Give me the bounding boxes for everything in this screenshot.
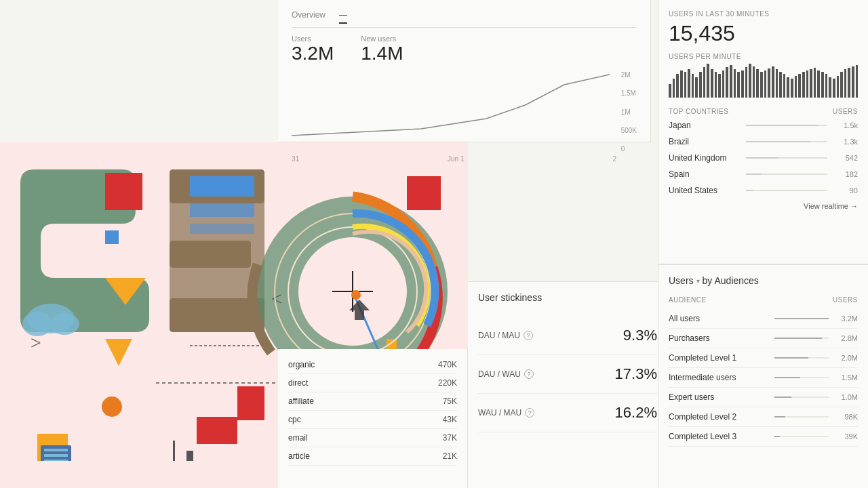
bar-mini [779, 72, 782, 98]
bar-mini [734, 69, 736, 98]
audience-value: 98K [834, 413, 858, 421]
bar-mini [821, 72, 824, 98]
audience-col-label: AUDIENCE [669, 296, 707, 304]
country-bar [746, 141, 827, 142]
bar-mini [680, 70, 683, 98]
bar-mini [825, 74, 828, 98]
users-label: Users [292, 35, 334, 43]
info-icon[interactable]: ? [525, 408, 534, 418]
svg-rect-9 [190, 224, 254, 234]
bar-mini [749, 64, 751, 98]
country-bar-fill [746, 141, 811, 142]
audience-row: All users 3.2M [669, 309, 858, 329]
new-users-value: 1.4M [361, 43, 403, 64]
country-value: 90 [834, 186, 858, 195]
channel-row: affiliate 75K [288, 392, 457, 411]
audience-bar [774, 318, 829, 319]
stats-tabs: Overview — [292, 10, 637, 28]
bar-mini [756, 69, 759, 98]
bar-mini [764, 70, 767, 98]
chart-y-labels: 2M 1.5M 1M 500K 0 [621, 71, 637, 152]
channel-value: 470K [438, 360, 457, 369]
audience-bar-fill [774, 436, 780, 437]
dropdown-arrow-icon[interactable]: ▾ [696, 277, 700, 285]
country-bar-fill [746, 125, 819, 126]
audience-bar [774, 377, 829, 378]
bar-mini [692, 74, 694, 98]
country-row: Brazil 1.3k [669, 137, 858, 146]
audience-row: Completed Level 3 39K [669, 427, 858, 447]
new-users-label: New users [361, 35, 403, 43]
bar-mini [810, 69, 812, 98]
users-col-label: USERS [833, 108, 858, 115]
svg-rect-32 [44, 460, 68, 461]
country-name: Japan [669, 121, 746, 130]
audience-bar [774, 396, 829, 398]
line-chart-svg [292, 71, 610, 146]
bar-mini [852, 66, 854, 98]
bar-mini [695, 77, 698, 98]
tab-overview[interactable]: Overview [292, 10, 326, 24]
audience-bar-fill [774, 318, 829, 319]
realtime-count: 15,435 [669, 21, 858, 46]
bar-mini [688, 69, 690, 98]
svg-rect-2 [170, 241, 251, 268]
view-realtime-link[interactable]: View realtime → [669, 202, 858, 210]
bar-mini [699, 72, 702, 98]
countries-list: Japan 1.5k Brazil 1.3k United Kingdom 54… [669, 121, 858, 195]
channel-value: 43K [443, 415, 457, 424]
bar-mini [844, 69, 847, 98]
audience-name: Completed Level 1 [669, 353, 774, 363]
x-label-jun1: Jun 1 [448, 155, 464, 163]
audience-name: All users [669, 314, 774, 323]
country-row: United Kingdom 542 [669, 153, 858, 163]
metric-label: DAU / MAU ? [478, 331, 533, 340]
channel-value: 220K [438, 378, 457, 388]
channel-value: 75K [443, 396, 457, 406]
svg-point-22 [102, 396, 122, 417]
audiences-title-suffix: by Audiences [703, 275, 759, 286]
channel-name: direct [288, 378, 308, 388]
svg-point-21 [50, 313, 79, 335]
stickiness-title: User stickiness [478, 292, 657, 303]
info-icon[interactable]: ? [524, 369, 534, 379]
bar-mini [726, 67, 728, 98]
country-row: Spain 182 [669, 169, 858, 179]
country-name: United States [669, 186, 746, 195]
country-bar-fill [746, 174, 761, 175]
audience-row: Purchasers 2.8M [669, 329, 858, 348]
country-bar [746, 157, 827, 159]
channel-row: email 37K [288, 429, 457, 447]
audience-value: 2.8M [834, 334, 858, 342]
info-icon[interactable]: ? [524, 331, 533, 340]
country-name: United Kingdom [669, 153, 746, 163]
audience-bar-fill [774, 416, 785, 418]
bar-mini [856, 65, 859, 98]
audience-name: Purchasers [669, 333, 774, 343]
bar-mini [745, 67, 748, 98]
y-label-15m: 1.5M [621, 89, 637, 97]
chart-x-labels: 31 Jun 1 2 [292, 155, 616, 163]
users-stat: Users 3.2M [292, 35, 334, 64]
per-minute-label: USERS PER MINUTE [669, 53, 858, 60]
audience-row: Completed Level 1 2.0M [669, 348, 858, 368]
bar-mini [676, 74, 679, 98]
realtime-panel: USERS IN LAST 30 MINUTES 15,435 USERS PE… [658, 0, 868, 264]
svg-rect-12 [197, 417, 237, 444]
metric-value: 17.3% [615, 365, 657, 383]
svg-rect-11 [237, 386, 264, 420]
stickiness-metric-row: DAU / MAU ? 9.3% [478, 317, 657, 355]
bar-mini [760, 72, 763, 98]
audiences-title: Users ▾ by Audiences [669, 275, 858, 286]
country-name: Spain [669, 169, 746, 179]
top-countries-label: TOP COUNTRIES [669, 108, 728, 115]
country-bar-fill [746, 190, 753, 191]
metric-value: 9.3% [623, 327, 657, 344]
audience-value: 1.5M [834, 373, 858, 382]
tab-active[interactable]: — [339, 10, 347, 24]
new-users-stat: New users 1.4M [361, 35, 403, 64]
bar-mini [798, 74, 801, 98]
country-row: United States 90 [669, 186, 858, 195]
channel-value: 21K [443, 451, 457, 461]
bar-mini [711, 69, 713, 98]
